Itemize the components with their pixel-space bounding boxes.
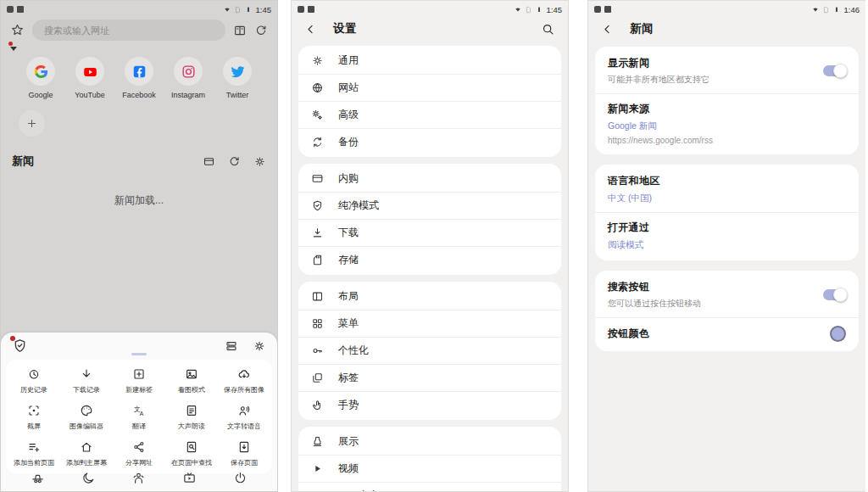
menu-item[interactable]: 新建标签 [113, 367, 165, 394]
sim-icon [822, 6, 830, 14]
wifi-icon [811, 5, 820, 14]
drag-handle[interactable] [131, 353, 147, 355]
quick-link[interactable]: YouTube [65, 57, 114, 99]
settings-item[interactable]: 下载 [298, 219, 561, 246]
bookmark-star-icon[interactable] [10, 23, 25, 37]
add-shortcut-button[interactable] [19, 110, 45, 137]
refresh-news-icon[interactable] [228, 155, 241, 168]
plus-icon [25, 117, 38, 130]
settings-item[interactable]: 网站 [298, 74, 561, 101]
person-icon[interactable] [131, 471, 146, 485]
settings-item[interactable]: 展示 [298, 428, 561, 455]
setting-button-color[interactable]: 按钮颜色 [595, 317, 859, 349]
back-icon[interactable] [304, 23, 317, 36]
menu-item[interactable]: 截屏 [8, 404, 60, 431]
settings-item-label: 内购 [338, 171, 359, 186]
setting-title: 新闻来源 [608, 102, 846, 116]
setting-title: 显示新闻 [608, 56, 813, 70]
menu-item[interactable]: 下载记录 [60, 367, 113, 394]
spy-icon[interactable] [31, 471, 45, 485]
settings-item-label: 存储 [338, 253, 359, 267]
settings-item[interactable]: 存储 [298, 246, 561, 273]
settings-screen: 1:45 设置 通用 网站 高级 备份 内购 纯净模式 下载 存储 [291, 0, 569, 492]
menu-item[interactable]: 文字转语音 [218, 404, 270, 431]
play-icon [311, 462, 324, 475]
translate-icon [132, 404, 146, 417]
menu-item[interactable]: 看图模式 [165, 367, 218, 394]
menu-item-label: 看图模式 [178, 385, 205, 394]
setting-language-region[interactable]: 语言和地区 中文 (中国) [595, 166, 859, 212]
menu-item[interactable]: 历史记录 [8, 367, 60, 394]
rows-view-icon[interactable] [225, 339, 238, 353]
quick-link-circle [26, 57, 55, 86]
setting-news-source[interactable]: 新闻来源 Google 新闻 https://news.google.com/r… [595, 93, 859, 153]
search-icon[interactable] [541, 22, 555, 36]
google-icon [33, 64, 49, 80]
menu-item-label: 历史记录 [20, 385, 47, 394]
news-section-title: 新闻 [12, 154, 34, 169]
search-button-toggle[interactable] [823, 289, 846, 300]
setting-open-with[interactable]: 打开通过 阅读模式 [595, 212, 859, 259]
setting-search-button[interactable]: 搜索按钮 您可以通过按住按钮移动 [595, 272, 859, 317]
setting-title: 语言和地区 [608, 174, 846, 188]
back-icon[interactable] [601, 23, 614, 36]
battery-icon [535, 5, 543, 14]
settings-item[interactable]: 标签 [298, 364, 561, 391]
settings-item[interactable]: 通用 [298, 48, 561, 74]
news-settings-gear-icon[interactable] [253, 155, 266, 168]
settings-item[interactable]: 网页内容 [298, 482, 561, 492]
search-input[interactable] [42, 25, 215, 36]
tv-play-icon[interactable] [182, 471, 197, 485]
clock: 1:46 [844, 5, 860, 14]
speak-icon [237, 404, 251, 417]
settings-item-label: 通用 [338, 53, 359, 68]
card-view-icon[interactable] [203, 155, 215, 168]
search-bar[interactable] [32, 20, 225, 41]
show-news-toggle[interactable] [823, 65, 846, 76]
menu-item[interactable]: 保存所有图像 [218, 367, 270, 394]
reader-mode-icon[interactable] [233, 24, 247, 37]
settings-item[interactable]: 高级 [298, 101, 561, 128]
menu-item[interactable]: 翻译 [113, 404, 165, 431]
setting-value: 中文 (中国) [608, 193, 846, 204]
settings-group: 通用 网站 高级 备份 [298, 46, 561, 157]
settings-item-label: 个性化 [338, 344, 369, 358]
menu-item[interactable]: 图像编辑器 [60, 404, 113, 431]
settings-item-label: 备份 [338, 135, 359, 149]
power-icon[interactable] [233, 471, 248, 485]
shield-adblock-icon[interactable] [12, 338, 28, 354]
menu-grid: 历史记录 下载记录 新建标签 看图模式 保存所有图像 截屏 图像编辑器 翻译 大… [6, 360, 272, 473]
page-header: 设置 [292, 15, 568, 41]
settings-item-label: 展示 [338, 434, 359, 449]
menu-item[interactable]: 大声朗读 [165, 404, 218, 431]
battery-icon [832, 5, 841, 14]
settings-item[interactable]: 内购 [298, 165, 561, 192]
news-source-link[interactable]: Google 新闻 [608, 120, 846, 132]
settings-item[interactable]: 个性化 [298, 337, 561, 364]
menu-item-label: 截屏 [27, 422, 41, 431]
settings-groups: 通用 网站 高级 备份 内购 纯净模式 下载 存储 布局 菜单 [292, 41, 568, 492]
setting-title: 打开通过 [608, 221, 846, 235]
setting-show-news[interactable]: 显示新闻 可能并非所有地区都支持它 [595, 48, 859, 93]
quick-link[interactable]: Facebook [114, 57, 164, 99]
quick-link-circle [174, 57, 203, 86]
quick-link-circle [75, 57, 104, 86]
button-color-swatch[interactable] [830, 326, 846, 342]
refresh-icon[interactable] [254, 24, 268, 37]
clock: 1:45 [256, 5, 272, 14]
sheet-header [1, 333, 277, 355]
moon-icon[interactable] [81, 471, 96, 485]
adblock-badge[interactable] [1, 41, 277, 54]
settings-item[interactable]: 视频 [298, 455, 561, 482]
settings-item[interactable]: 布局 [298, 283, 561, 310]
quick-link[interactable]: Google [16, 57, 65, 99]
settings-item[interactable]: 纯净模式 [298, 192, 561, 219]
quick-link[interactable]: Twitter [213, 57, 262, 99]
settings-gear-icon[interactable] [253, 339, 266, 353]
settings-item[interactable]: 备份 [298, 128, 561, 155]
page-title: 新闻 [630, 21, 654, 36]
settings-item[interactable]: 菜单 [298, 310, 561, 337]
settings-item[interactable]: 手势 [298, 391, 561, 418]
sync-icon [311, 136, 324, 148]
quick-link[interactable]: Instagram [164, 57, 213, 99]
